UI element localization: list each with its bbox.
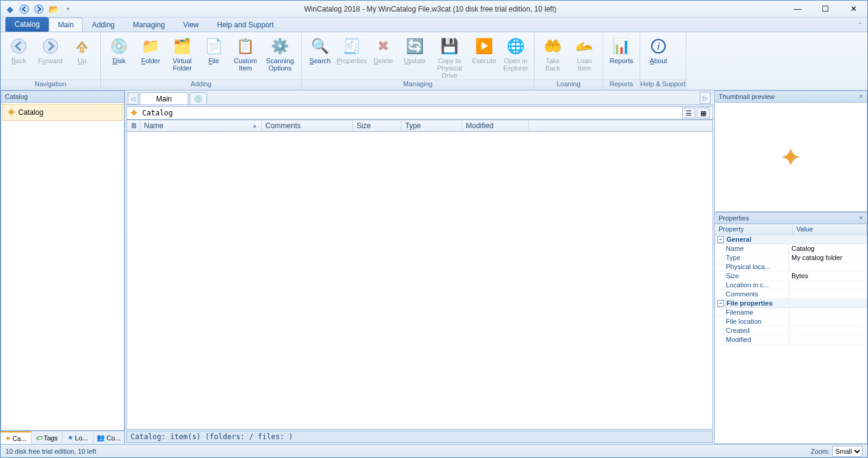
breadcrumb-path[interactable]: Catalog [142, 109, 173, 117]
col-modified[interactable]: Modified [462, 120, 529, 131]
location-icon: ★ [67, 434, 73, 442]
lefttab-catalog[interactable]: ✦Ca... [1, 431, 32, 444]
tree-root-item[interactable]: ✦ Catalog [2, 104, 123, 121]
close-button[interactable]: ✕ [839, 1, 867, 18]
group-label-help: Help & Support [640, 80, 686, 90]
lefttab-contacts[interactable]: 👥Co... [94, 431, 125, 444]
prop-row[interactable]: Filename [715, 308, 867, 317]
tab-catalog[interactable]: Catalog [5, 17, 49, 32]
center-status-line: Catalog: item(s) (folders: / files: ) [126, 431, 713, 443]
tabstrip-scroll-left[interactable]: ◁ [128, 92, 138, 104]
delete-icon: ✖ [374, 36, 393, 56]
nav-up-button[interactable]: Up [66, 33, 98, 80]
thumbnail-close-icon[interactable]: × [859, 92, 863, 101]
add-file-button[interactable]: 📄File [198, 33, 230, 80]
col-size[interactable]: Size [353, 120, 402, 131]
tab-main[interactable]: Main [49, 18, 83, 32]
col-type[interactable]: Type [402, 120, 462, 131]
svg-point-1 [35, 5, 43, 13]
scanning-options-button[interactable]: ⚙️ScanningOptions [261, 33, 299, 80]
group-label-navigation: Navigation [1, 80, 100, 90]
qat-dropdown-icon[interactable]: ▾ [61, 2, 75, 16]
tab-view[interactable]: View [174, 18, 208, 32]
ribbon-group-loaning: 🤲TakeBack 🫴LoanItem Loaning [535, 32, 603, 90]
zoom-select[interactable]: Small [832, 446, 863, 457]
group-label-managing: Managing [302, 80, 534, 90]
propcat-general[interactable]: −General [715, 235, 867, 244]
app-icon[interactable]: ◆ [3, 2, 16, 16]
lefttab-tags[interactable]: 🏷Tags [32, 431, 63, 444]
delete-button[interactable]: ✖Delete [367, 33, 399, 80]
propcol-value[interactable]: Value [793, 224, 867, 234]
update-button[interactable]: 🔄Update [399, 33, 431, 80]
col-icon[interactable]: 🗎 [127, 120, 140, 131]
propcat-fileprops[interactable]: −File properties [715, 299, 867, 308]
take-back-button[interactable]: 🤲TakeBack [537, 33, 569, 80]
ribbon-group-managing: 🔍Search 🧾Properties ✖Delete 🔄Update 💾Cop… [302, 32, 535, 90]
prop-row[interactable]: TypeMy catalog folder [715, 253, 867, 262]
reports-button[interactable]: 📊Reports [606, 33, 637, 80]
prop-row[interactable]: File location [715, 317, 867, 326]
execute-button[interactable]: ▶️Execute [468, 33, 500, 80]
custom-item-icon: 📋 [236, 36, 255, 56]
tab-help[interactable]: Help and Support [208, 18, 282, 32]
view-list-button[interactable]: ☰ [682, 108, 695, 118]
prop-row[interactable]: NameCatalog [715, 244, 867, 253]
ribbon-collapse-icon[interactable]: ⌃ [857, 21, 863, 29]
collapse-icon[interactable]: − [717, 236, 724, 243]
status-text: 10 disk free trial edition, 10 left [5, 448, 96, 455]
up-icon [72, 36, 92, 56]
collapse-icon[interactable]: − [717, 300, 724, 307]
update-icon: 🔄 [405, 36, 425, 56]
open-explorer-button[interactable]: 🌐Open inExplorer [500, 33, 531, 80]
nav-back-button[interactable]: Back [3, 33, 35, 80]
prop-row[interactable]: Physical loca... [715, 262, 867, 272]
lefttab-locations[interactable]: ★Lo... [63, 431, 94, 444]
tabstrip-scroll-right[interactable]: ▷ [700, 92, 711, 104]
tab-adding[interactable]: Adding [83, 18, 123, 32]
catalog-tree[interactable]: ✦ Catalog [1, 103, 125, 431]
prop-value [789, 281, 867, 289]
col-spacer [529, 120, 713, 131]
add-virtual-folder-button[interactable]: 🗂️VirtualFolder [166, 33, 198, 80]
add-disk-button[interactable]: 💿Disk [103, 33, 135, 80]
group-label-loaning: Loaning [535, 80, 603, 90]
tab-managing[interactable]: Managing [124, 18, 174, 32]
prop-row[interactable]: Modified [715, 335, 867, 344]
nav-forward-button[interactable]: Forward [35, 33, 66, 80]
copy-to-drive-button[interactable]: 💾Copy toPhysical Drive [431, 33, 468, 80]
propcol-property[interactable]: Property [715, 224, 793, 234]
prop-row[interactable]: Location in c... [715, 281, 867, 290]
prop-row[interactable]: Size Bytes [715, 272, 867, 281]
prop-key: Filename [715, 308, 789, 316]
prop-value [789, 317, 867, 326]
left-bottom-tabs: ✦Ca... 🏷Tags ★Lo... 👥Co... [1, 431, 125, 444]
prop-value [789, 262, 867, 271]
prop-key: Comments [715, 290, 789, 298]
maximize-button[interactable]: ☐ [812, 1, 839, 18]
prop-row[interactable]: Comments [715, 290, 867, 299]
doc-tab-disc[interactable]: 💿 [190, 92, 207, 104]
col-comments[interactable]: Comments [262, 120, 353, 131]
properties-close-icon[interactable]: × [859, 214, 863, 222]
qat-forward-icon[interactable] [32, 2, 46, 16]
quick-access-toolbar: ◆ 📂 ▾ [1, 2, 77, 16]
col-name[interactable]: Name▲ [140, 120, 262, 131]
prop-row[interactable]: Created [715, 326, 867, 335]
propgrid-header: Property Value [715, 224, 867, 235]
about-button[interactable]: iAbout [643, 33, 674, 80]
qat-back-icon[interactable] [18, 2, 31, 16]
properties-icon: 🧾 [342, 36, 361, 56]
file-list[interactable] [126, 132, 713, 429]
doc-tab-main[interactable]: Main [140, 92, 188, 104]
add-custom-item-button[interactable]: 📋CustomItem [230, 33, 261, 80]
minimize-button[interactable]: — [784, 1, 812, 18]
tag-icon: 🏷 [36, 434, 43, 442]
loan-item-button[interactable]: 🫴LoanItem [569, 33, 600, 80]
properties-button[interactable]: 🧾Properties [336, 33, 367, 80]
qat-folder-icon[interactable]: 📂 [47, 2, 60, 16]
path-star-icon: ✦ [129, 106, 138, 120]
view-thumb-button[interactable]: ▦ [697, 108, 710, 118]
add-folder-button[interactable]: 📁Folder [135, 33, 166, 80]
search-button[interactable]: 🔍Search [304, 33, 336, 80]
